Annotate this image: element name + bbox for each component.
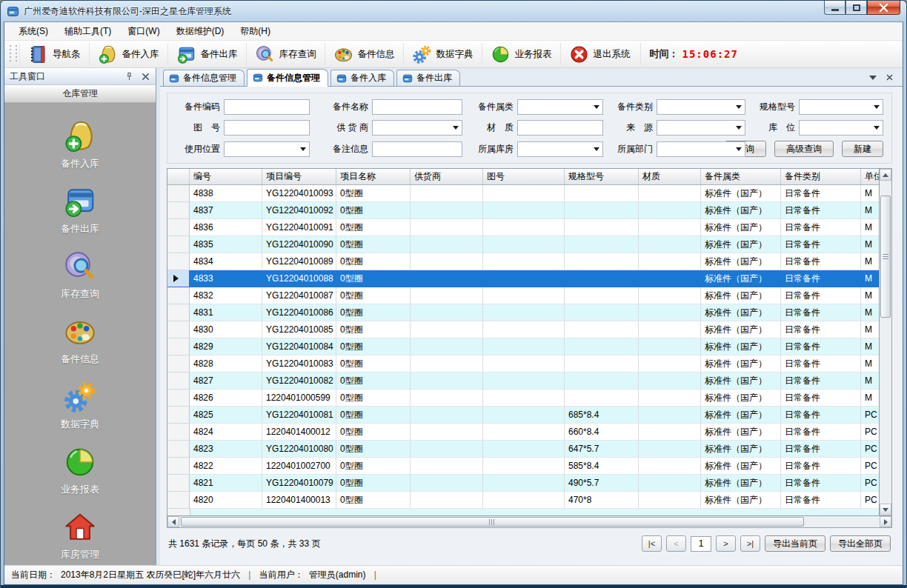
table-row[interactable]: 482212204010027000型圈585*8.4标准件（国产）日常备件PC — [167, 458, 879, 475]
column-header[interactable]: 供货商 — [411, 169, 483, 184]
row-selector[interactable] — [167, 390, 190, 407]
column-header[interactable]: 图号 — [483, 169, 565, 184]
location-select[interactable] — [799, 120, 883, 136]
scroll-right-button[interactable] — [880, 516, 891, 527]
row-selector[interactable] — [167, 304, 190, 321]
close-tab-icon[interactable] — [886, 73, 894, 81]
horizontal-scroll-track[interactable] — [179, 516, 880, 527]
vertical-scrollbar[interactable] — [880, 168, 892, 516]
row-selector[interactable] — [167, 202, 190, 219]
row-selector[interactable] — [167, 219, 190, 236]
department-select[interactable] — [657, 141, 745, 157]
usage-position-select[interactable] — [224, 141, 310, 157]
remark-input[interactable] — [372, 141, 462, 157]
sidebar-item[interactable]: 备件入库 — [4, 112, 156, 177]
sidebar-item[interactable]: 业务报表 — [4, 438, 156, 503]
row-selector[interactable] — [167, 475, 190, 492]
menu-item[interactable]: 帮助(H) — [232, 22, 279, 41]
table-row[interactable]: 4830YG122040100850型圈标准件（国产）日常备件M — [167, 321, 879, 338]
toolbar-button[interactable]: 数据字典 — [403, 43, 482, 65]
vertical-scroll-thumb[interactable] — [880, 196, 891, 318]
source-select[interactable] — [657, 120, 745, 136]
tab[interactable]: 备件入库 — [330, 70, 394, 86]
table-row[interactable]: 4837YG122040100920型圈标准件（国产）日常备件M — [167, 202, 879, 219]
horizontal-scrollbar[interactable] — [167, 516, 892, 528]
part-class-select[interactable] — [517, 99, 603, 115]
tab[interactable]: 备件出库 — [396, 70, 460, 86]
warehouse-select[interactable] — [517, 141, 603, 157]
table-row[interactable]: 4833YG122040100880型圈标准件（国产）日常备件M — [167, 270, 879, 287]
row-selector[interactable] — [167, 321, 190, 338]
sidebar-item[interactable]: 备件出库 — [4, 177, 156, 242]
part-name-input[interactable] — [372, 99, 462, 115]
toolbar-button[interactable]: 备件信息 — [325, 43, 403, 65]
next-page-button[interactable]: > — [716, 535, 736, 552]
new-button[interactable]: 新建 — [842, 141, 883, 157]
row-selector[interactable] — [167, 253, 190, 270]
toolbar-button[interactable]: 导航条 — [19, 43, 89, 65]
row-selector[interactable] — [167, 270, 190, 287]
table-row[interactable]: 4835YG122040100900型圈标准件（国产）日常备件M — [167, 236, 879, 253]
row-selector[interactable] — [167, 458, 190, 475]
prev-page-button[interactable]: < — [666, 535, 686, 552]
first-page-button[interactable]: |< — [642, 535, 662, 552]
column-header[interactable]: 单位 — [861, 169, 880, 184]
menu-item[interactable]: 数据维护(D) — [168, 22, 233, 41]
menu-item[interactable]: 窗口(W) — [119, 22, 167, 41]
row-selector[interactable] — [167, 236, 190, 253]
horizontal-scroll-thumb[interactable] — [181, 517, 804, 527]
toolbar-button[interactable]: 备件出库 — [167, 43, 246, 65]
row-selector[interactable] — [167, 441, 190, 458]
row-selector[interactable] — [167, 287, 190, 304]
table-row[interactable]: 4827YG122040100820型圈标准件（国产）日常备件M — [167, 372, 879, 390]
table-row[interactable]: 4828YG122040100830型圈标准件（国产）日常备件M — [167, 355, 879, 372]
maximize-button[interactable] — [845, 1, 867, 15]
toolbar-button[interactable]: 退出系统 — [560, 43, 639, 65]
vertical-scroll-track[interactable] — [880, 181, 891, 504]
minimize-button[interactable] — [824, 1, 845, 15]
table-row[interactable]: 4829YG122040100840型圈标准件（国产）日常备件M — [167, 338, 879, 355]
supplier-select[interactable] — [372, 120, 462, 136]
sidebar-item[interactable]: 库房管理 — [4, 503, 156, 565]
table-row[interactable]: 482412204014000120型圈660*8.4标准件（国产）日常备件PC — [167, 424, 879, 441]
row-selector[interactable] — [167, 338, 190, 355]
menu-item[interactable]: 辅助工具(T) — [56, 22, 119, 41]
table-row[interactable]: 4831YG122040100860型圈标准件（国产）日常备件M — [167, 304, 879, 321]
row-selector[interactable] — [167, 372, 190, 390]
toolbar-button[interactable]: 业务报表 — [482, 43, 560, 65]
titlebar[interactable]: 广州爱奇迪软件科技有限公司-深田之星仓库管理系统 — [4, 1, 903, 21]
scroll-left-button[interactable] — [167, 516, 179, 527]
sidebar-item[interactable]: 备件信息 — [4, 307, 156, 372]
chevron-down-icon[interactable] — [869, 76, 877, 80]
row-selector[interactable] — [167, 185, 190, 202]
row-selector[interactable] — [167, 407, 190, 424]
column-header[interactable]: 备件属类 — [701, 169, 781, 184]
spec-model-select[interactable] — [799, 99, 883, 115]
advanced-query-button[interactable]: 高级查询 — [774, 141, 834, 157]
column-header[interactable]: 材质 — [639, 169, 701, 184]
export-current-page-button[interactable]: 导出当前页 — [765, 535, 825, 552]
row-selector[interactable] — [167, 355, 190, 372]
page-number-input[interactable] — [691, 536, 711, 552]
table-row[interactable]: 4821YG122040100790型圈490*5.7标准件（国产）日常备件PC — [167, 475, 879, 492]
close-icon[interactable] — [141, 72, 150, 81]
column-header[interactable]: 项目名称 — [336, 169, 411, 184]
tab[interactable]: 备件信息管理 — [163, 70, 245, 86]
sidebar-section-header[interactable]: 仓库管理 — [4, 85, 156, 103]
row-selector[interactable] — [167, 424, 190, 441]
scroll-down-button[interactable] — [880, 504, 891, 515]
sidebar-item[interactable]: 库存查询 — [4, 242, 156, 307]
table-row[interactable]: 4836YG122040100910型圈标准件（国产）日常备件M — [167, 219, 879, 236]
material-input[interactable] — [517, 120, 603, 136]
part-category-select[interactable] — [657, 99, 745, 115]
tab[interactable]: 备件信息管理 — [247, 69, 328, 87]
drawing-no-input[interactable] — [224, 120, 310, 136]
close-button[interactable] — [867, 1, 900, 15]
toolbar-grip[interactable] — [16, 45, 17, 63]
table-row[interactable]: 4832YG122040100870型圈标准件（国产）日常备件M — [167, 287, 879, 304]
table-row[interactable]: 482612204010005990型圈标准件（国产）日常备件M — [167, 390, 879, 407]
last-page-button[interactable]: >| — [740, 535, 760, 552]
export-all-pages-button[interactable]: 导出全部页 — [830, 535, 891, 552]
table-row[interactable]: 4825YG122040100810型圈685*8.4标准件（国产）日常备件PC — [167, 407, 879, 424]
pin-icon[interactable] — [124, 72, 134, 81]
